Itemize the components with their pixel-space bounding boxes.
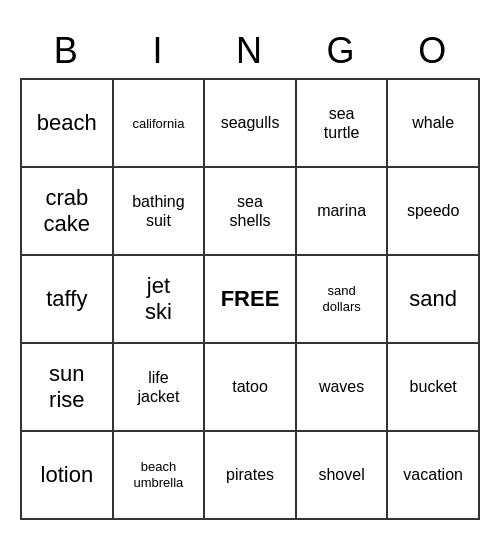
- bingo-cell[interactable]: seaturtle: [296, 79, 387, 167]
- cell-text: sunrise: [49, 361, 84, 414]
- bingo-cell[interactable]: tatoo: [204, 343, 296, 431]
- bingo-cell[interactable]: lifejacket: [113, 343, 205, 431]
- bingo-cell[interactable]: sanddollars: [296, 255, 387, 343]
- cell-text: taffy: [46, 286, 87, 312]
- cell-text: whale: [412, 113, 454, 132]
- bingo-header-letter: G: [296, 24, 387, 79]
- bingo-row: lotionbeachumbrellapiratesshovelvacation: [21, 431, 479, 519]
- bingo-cell[interactable]: speedo: [387, 167, 479, 255]
- bingo-cell[interactable]: lotion: [21, 431, 113, 519]
- cell-text: FREE: [221, 286, 280, 312]
- cell-text: seashells: [230, 192, 271, 230]
- bingo-cell[interactable]: beach: [21, 79, 113, 167]
- cell-text: sand: [409, 286, 457, 312]
- bingo-cell[interactable]: waves: [296, 343, 387, 431]
- bingo-header-letter: B: [21, 24, 113, 79]
- cell-text: lifejacket: [138, 368, 180, 406]
- bingo-cell[interactable]: seashells: [204, 167, 296, 255]
- cell-text: waves: [319, 377, 364, 396]
- bingo-cell[interactable]: bathingsuit: [113, 167, 205, 255]
- cell-text: beachumbrella: [134, 459, 184, 490]
- bingo-cell[interactable]: taffy: [21, 255, 113, 343]
- cell-text: shovel: [318, 465, 364, 484]
- bingo-cell[interactable]: sand: [387, 255, 479, 343]
- bingo-header-letter: I: [113, 24, 205, 79]
- bingo-cell[interactable]: california: [113, 79, 205, 167]
- cell-text: crabcake: [44, 185, 90, 238]
- bingo-row: taffyjetskiFREEsanddollarssand: [21, 255, 479, 343]
- bingo-row: sunriselifejackettatoowavesbucket: [21, 343, 479, 431]
- cell-text: pirates: [226, 465, 274, 484]
- cell-text: sanddollars: [322, 283, 360, 314]
- bingo-cell[interactable]: bucket: [387, 343, 479, 431]
- bingo-cell[interactable]: beachumbrella: [113, 431, 205, 519]
- bingo-row: beachcaliforniaseagullsseaturtlewhale: [21, 79, 479, 167]
- bingo-cell[interactable]: whale: [387, 79, 479, 167]
- cell-text: seagulls: [221, 113, 280, 132]
- cell-text: seaturtle: [324, 104, 360, 142]
- cell-text: beach: [37, 110, 97, 136]
- bingo-header-letter: N: [204, 24, 296, 79]
- cell-text: tatoo: [232, 377, 268, 396]
- cell-text: vacation: [403, 465, 463, 484]
- cell-text: california: [132, 116, 184, 132]
- cell-text: jetski: [145, 273, 172, 326]
- bingo-cell[interactable]: FREE: [204, 255, 296, 343]
- bingo-row: crabcakebathingsuitseashellsmarinaspeedo: [21, 167, 479, 255]
- cell-text: bucket: [410, 377, 457, 396]
- cell-text: speedo: [407, 201, 460, 220]
- bingo-cell[interactable]: sunrise: [21, 343, 113, 431]
- bingo-cell[interactable]: marina: [296, 167, 387, 255]
- bingo-header: BINGO: [21, 24, 479, 79]
- bingo-card: BINGO beachcaliforniaseagullsseaturtlewh…: [20, 24, 480, 520]
- bingo-header-letter: O: [387, 24, 479, 79]
- cell-text: marina: [317, 201, 366, 220]
- bingo-cell[interactable]: jetski: [113, 255, 205, 343]
- bingo-cell[interactable]: shovel: [296, 431, 387, 519]
- bingo-cell[interactable]: pirates: [204, 431, 296, 519]
- bingo-cell[interactable]: vacation: [387, 431, 479, 519]
- bingo-cell[interactable]: seagulls: [204, 79, 296, 167]
- cell-text: bathingsuit: [132, 192, 185, 230]
- bingo-cell[interactable]: crabcake: [21, 167, 113, 255]
- cell-text: lotion: [41, 462, 94, 488]
